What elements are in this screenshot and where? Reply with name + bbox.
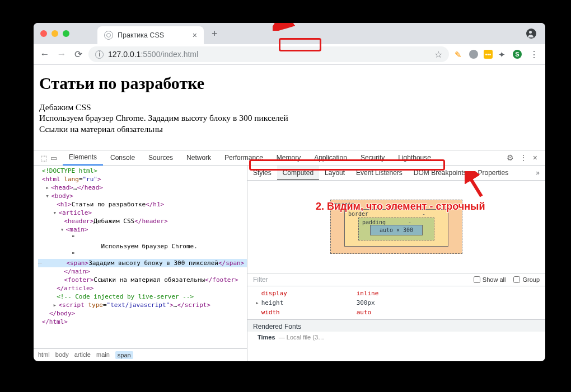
browser-tab[interactable]: Практика CSS × — [97, 26, 204, 44]
close-tab-button[interactable]: × — [193, 31, 197, 40]
dom-tree[interactable]: <!DOCTYPE html> <html lang="ru"> ▸<head>… — [34, 166, 247, 348]
extensions-area: ✎ ••• ✦ S — [452, 50, 524, 59]
url-path: /index.html — [160, 50, 198, 59]
elements-panel: <!DOCTYPE html> <html lang="ru"> ▸<head>… — [34, 166, 247, 361]
device-mode-icon[interactable]: ▭ — [50, 154, 57, 162]
page-heading: Статьи по разработке — [39, 74, 540, 93]
styles-subtabs: Styles Computed Layout Event Listeners D… — [247, 166, 545, 181]
close-window-button[interactable] — [40, 30, 47, 37]
tab-performance[interactable]: Performance — [218, 150, 269, 165]
rendered-fonts-heading: Rendered Fonts — [247, 319, 545, 332]
browser-menu-button[interactable]: ⋮ — [527, 49, 541, 60]
computed-row[interactable]: ▸ height 300px — [247, 298, 545, 308]
tab-lighthouse[interactable]: Lighthouse — [392, 150, 437, 165]
devtools-menu-icon[interactable]: ⋮ — [519, 153, 527, 162]
inspect-icon[interactable]: ⬚ — [40, 154, 47, 162]
tab-console[interactable]: Console — [104, 150, 141, 165]
computed-filter-row: Filter Show all Group — [247, 273, 545, 286]
extension-icon[interactable] — [469, 50, 478, 59]
filter-input[interactable]: Filter — [253, 276, 268, 284]
maximize-window-button[interactable] — [63, 30, 69, 37]
tab-memory[interactable]: Memory — [270, 150, 307, 165]
subtabs-overflow-icon[interactable]: » — [530, 166, 545, 180]
page-line: Дебажим CSS — [39, 102, 540, 112]
devtools-panel: ⬚ ▭ Elements Console Sources Network Per… — [34, 150, 545, 361]
url-host: 127.0.0.1 — [108, 50, 141, 59]
browser-toolbar: ← → ⟳ i 127.0.0.1:5500/index.html ☆ ✎ ••… — [34, 44, 545, 65]
extensions-menu-icon[interactable]: ✦ — [498, 50, 507, 59]
box-model-content: auto × 300 — [370, 225, 423, 235]
subtab-event-listeners[interactable]: Event Listeners — [350, 166, 408, 180]
subtab-dom-breakpoints[interactable]: DOM Breakpoints — [408, 166, 472, 180]
devtools-settings-icon[interactable]: ⚙ — [507, 153, 514, 162]
styles-panel: Styles Computed Layout Event Listeners D… — [247, 166, 545, 361]
tab-title: Практика CSS — [118, 31, 164, 39]
tab-sources[interactable]: Sources — [142, 150, 179, 165]
globe-icon — [104, 31, 113, 40]
guest-profile-icon[interactable] — [526, 29, 536, 39]
devtools-main-tabs: ⬚ ▭ Elements Console Sources Network Per… — [34, 150, 545, 166]
subtab-computed[interactable]: Computed — [277, 166, 319, 180]
dom-breadcrumb[interactable]: html body article main span — [34, 348, 247, 361]
page-content: Статьи по разработке Дебажим CSS Использ… — [34, 65, 545, 150]
back-button[interactable]: ← — [38, 49, 52, 60]
extension-badge-icon[interactable]: ••• — [484, 50, 493, 59]
subtab-properties[interactable]: Properties — [472, 166, 514, 180]
new-tab-button[interactable]: + — [204, 28, 226, 40]
tab-elements[interactable]: Elements — [63, 150, 103, 166]
tab-application[interactable]: Application — [308, 150, 353, 165]
bookmark-icon[interactable]: ☆ — [434, 49, 442, 60]
computed-row[interactable]: display inline — [247, 289, 545, 298]
devtools-close-icon[interactable]: × — [533, 153, 537, 162]
forward-button[interactable]: → — [55, 49, 68, 60]
computed-properties: display inline ▸ height 300px width auto — [247, 286, 545, 319]
page-line: Ссылки на материал обязательны — [39, 124, 540, 134]
computed-row[interactable]: width auto — [247, 308, 545, 317]
site-info-icon[interactable]: i — [95, 50, 104, 59]
titlebar: Практика CSS × + — [34, 23, 545, 44]
window-controls — [40, 30, 69, 37]
group-checkbox[interactable]: Group — [513, 276, 540, 283]
minimize-window-button[interactable] — [52, 30, 58, 37]
subtab-layout[interactable]: Layout — [319, 166, 350, 180]
pencil-extension-icon[interactable]: ✎ — [455, 50, 464, 59]
subtab-styles[interactable]: Styles — [247, 166, 277, 180]
url-port: :5500 — [141, 50, 160, 59]
tab-security[interactable]: Security — [354, 150, 391, 165]
show-all-checkbox[interactable]: Show all — [474, 276, 506, 283]
profile-avatar[interactable]: S — [513, 50, 522, 59]
address-bar[interactable]: i 127.0.0.1:5500/index.html ☆ — [88, 46, 449, 62]
browser-window: Практика CSS × + ← → ⟳ i 127.0.0.1:5500/… — [34, 23, 545, 361]
reload-button[interactable]: ⟳ — [72, 49, 85, 60]
rendered-font-row: Times — Local file (3… — [247, 332, 545, 343]
tab-network[interactable]: Network — [180, 150, 217, 165]
page-line: Используем браузер Chrome. Зададим высот… — [39, 112, 540, 123]
box-model-diagram[interactable]: margin - border - padding - auto × 300 — [247, 181, 545, 273]
